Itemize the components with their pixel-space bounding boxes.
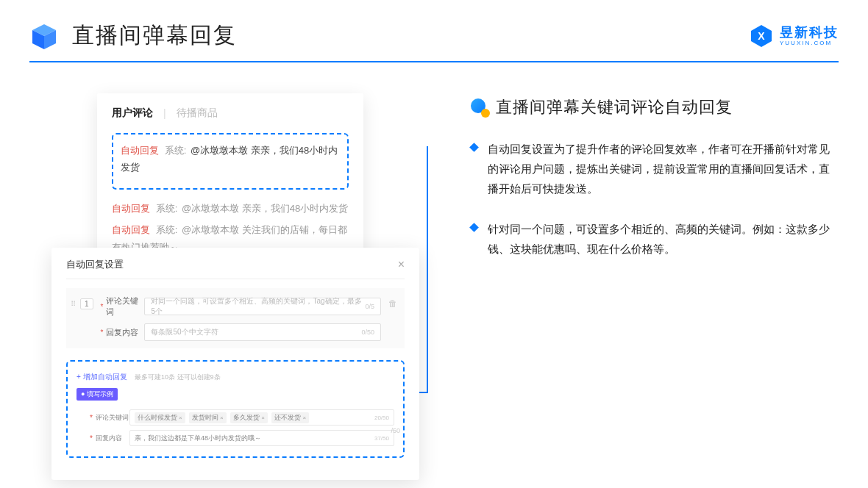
tag-chip: 发货时间× (189, 412, 227, 423)
keyword-counter: 0/5 (365, 303, 374, 310)
tag-remove-icon[interactable]: × (302, 415, 306, 421)
connector-line-vertical (427, 146, 428, 393)
drag-handle-icon[interactable]: ⠿ (71, 300, 76, 308)
comment-row-2: 自动回复 系统: @冰墩墩本墩 亲亲，我们48小时内发货 (112, 200, 349, 217)
example-content-value: 亲，我们这边都是下单48小时内发货的哦～ (135, 434, 261, 443)
example-content-label: 回复内容 (96, 434, 129, 443)
keyword-input[interactable]: 对同一个问题，可设置多个相近、高频的关键词，Tag确定，最多5个 0/5 (144, 298, 381, 315)
settings-title: 自动回复设置 (66, 258, 124, 271)
bullet-text-1: 自动回复设置为了提升作者的评论回复效率，作者可在开播前针对常见的评论用户问题，提… (488, 139, 831, 198)
settings-header: 自动回复设置 × (66, 258, 405, 279)
content-counter: 0/50 (361, 329, 374, 336)
bullet-item-1: 自动回复设置为了提升作者的评论回复效率，作者可在开播前针对常见的评论用户问题，提… (471, 139, 839, 198)
required-star: * (101, 303, 104, 311)
tag-remove-icon[interactable]: × (220, 415, 224, 421)
tag-remove-icon[interactable]: × (179, 415, 182, 421)
required-star: * (90, 434, 93, 442)
tag-remove-icon[interactable]: × (261, 415, 265, 421)
content-label: 回复内容 (106, 327, 144, 338)
keyword-row: * 评论关键词 对同一个问题，可设置多个相近、高频的关键词，Tag确定，最多5个… (101, 295, 381, 317)
main-content: 用户评论 | 待播商品 自动回复 系统: @冰墩墩本墩 亲亲，我们48小时内发货… (0, 62, 868, 279)
svg-text:X: X (758, 30, 765, 42)
page-title: 直播间弹幕回复 (72, 21, 237, 51)
tab-user-comments[interactable]: 用户评论 (112, 107, 153, 120)
keyword-label: 评论关键词 (106, 295, 144, 317)
order-badge: 1 (80, 298, 93, 309)
system-label: 系统: (156, 203, 178, 214)
comment-text: @冰墩墩本墩 亲亲，我们48小时内发货 (182, 203, 348, 214)
form-block: ⠿ 1 * 评论关键词 对同一个问题，可设置多个相近、高频的关键词，Tag确定，… (66, 288, 405, 348)
content-input[interactable]: 每条限50个中文字符 0/50 (144, 323, 381, 341)
left-column: 用户评论 | 待播商品 自动回复 系统: @冰墩墩本墩 亲亲，我们48小时内发货… (51, 93, 419, 279)
bullet-item-2: 针对同一个问题，可设置多个相近的、高频的关键词。例如：这款多少钱、这块能优惠吗、… (471, 219, 839, 259)
right-column: 直播间弹幕关键词评论自动回复 自动回复设置为了提升作者的评论回复效率，作者可在开… (419, 93, 839, 279)
tab-pending-goods[interactable]: 待播商品 (177, 107, 218, 120)
tag-chip: 还不发货× (271, 412, 309, 423)
close-icon[interactable]: × (398, 258, 405, 271)
example-tags: 什么时候发货× 发货时间× 多久发货× 还不发货× (135, 412, 311, 423)
example-badge: ● 填写示例 (77, 388, 118, 401)
section-head: 直播间弹幕关键词评论自动回复 (471, 96, 839, 118)
system-label: 系统: (156, 224, 178, 235)
page-header: 直播间弹幕回复 X 昱新科技 YUUXIN.COM (0, 0, 868, 51)
auto-reply-badge: 自动回复 (121, 145, 159, 156)
section-title: 直播间弹幕关键词评论自动回复 (496, 96, 733, 118)
tag-chip: 什么时候发货× (135, 412, 185, 423)
logo-text-sub: YUUXIN.COM (780, 40, 839, 46)
tab-divider: | (163, 107, 166, 119)
comment-tabs: 用户评论 | 待播商品 (112, 107, 349, 120)
required-star: * (101, 329, 104, 337)
system-label: 系统: (165, 145, 187, 156)
logo-hex-icon: X (749, 24, 774, 49)
settings-card: 自动回复设置 × ⠿ 1 * 评论关键词 对同一个问题，可设置多个相近、高频的关… (51, 248, 419, 480)
brand-logo: X 昱新科技 YUUXIN.COM (749, 24, 839, 49)
diamond-icon (469, 143, 479, 152)
example-content-counter: 37/50 (374, 435, 389, 442)
comment-highlighted: 自动回复 系统: @冰墩墩本墩 亲亲，我们48小时内发货 (121, 142, 340, 176)
content-placeholder: 每条限50个中文字符 (151, 327, 218, 337)
keyword-placeholder: 对同一个问题，可设置多个相近、高频的关键词，Tag确定，最多5个 (151, 296, 365, 317)
auto-reply-badge: 自动回复 (112, 203, 150, 214)
add-note: 最多可建10条 还可以创建9条 (135, 373, 221, 381)
example-keyword-label: 评论关键词 (96, 413, 129, 423)
example-keyword-input[interactable]: 什么时候发货× 发货时间× 多久发货× 还不发货× 20/50 (129, 409, 394, 426)
example-keyword-counter: 20/50 (374, 415, 389, 421)
auto-reply-badge: 自动回复 (112, 224, 150, 235)
cube-icon (29, 21, 59, 51)
diamond-icon (469, 223, 479, 232)
example-content-input[interactable]: 亲，我们这边都是下单48小时内发货的哦～ 37/50 (129, 430, 394, 446)
required-star: * (90, 414, 93, 422)
example-content-row: * 回复内容 亲，我们这边都是下单48小时内发货的哦～ 37/50 (90, 430, 394, 446)
add-auto-reply-link[interactable]: + 增加自动回复 (77, 373, 127, 381)
example-keyword-row: * 评论关键词 什么时候发货× 发货时间× 多久发货× 还不发货× 20/50 (90, 409, 394, 426)
logo-text-main: 昱新科技 (780, 26, 839, 39)
highlighted-comment-box: 自动回复 系统: @冰墩墩本墩 亲亲，我们48小时内发货 (112, 133, 349, 190)
content-row: * 回复内容 每条限50个中文字符 0/50 (101, 323, 381, 341)
example-box: + 增加自动回复 最多可建10条 还可以创建9条 ● 填写示例 * 评论关键词 … (66, 360, 405, 458)
trash-icon[interactable]: 🗑 (388, 298, 397, 309)
outer-counter: /50 (391, 427, 400, 434)
section-dot-icon (471, 98, 488, 116)
tag-chip: 多久发货× (230, 412, 268, 423)
bullet-text-2: 针对同一个问题，可设置多个相近的、高频的关键词。例如：这款多少钱、这块能优惠吗、… (488, 219, 831, 259)
